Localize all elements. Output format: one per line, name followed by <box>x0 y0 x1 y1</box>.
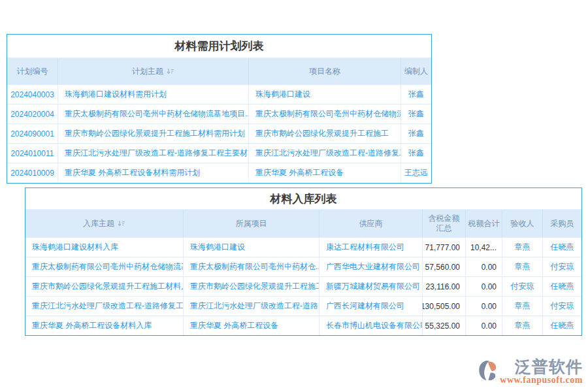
plan-no-cell: 2024010009 <box>7 163 58 182</box>
plan-table-header-row: 计划编号 计划主题 项目名称 编制人 <box>7 58 431 84</box>
purchaser-cell: 任晓燕 <box>543 238 581 257</box>
tax-incl-amount-cell: 71,777.00 <box>423 238 466 257</box>
supplier-link[interactable]: 长春市博山机电设备有限公司 <box>319 316 423 335</box>
column-header-purchaser: 采购员 <box>543 210 581 237</box>
column-header-tax-total: 税额合计 <box>466 210 502 237</box>
project-name-link[interactable]: 珠海鹤港口建设 <box>249 85 401 104</box>
tax-total-cell: 0.00 <box>466 277 502 296</box>
inbound-subject-link[interactable]: 重庆江北污水处理厂级改造工程-道路修复工程... <box>25 297 184 316</box>
column-header-owning-project: 所属项目 <box>184 210 319 237</box>
supplier-link[interactable]: 康达工程材料有限公司 <box>319 238 423 257</box>
table-row[interactable]: 重庆市鹅岭公园绿化景观提升工程施工材料入库 重庆市鹅岭公园绿化景观提升工程施工 … <box>25 276 581 296</box>
project-name-link[interactable]: 重庆华夏 外高桥工程设备 <box>249 163 401 182</box>
inspector-cell: 付安琼 <box>502 277 543 296</box>
owning-project-link[interactable]: 重庆市鹅岭公园绿化景观提升工程施工 <box>184 277 319 296</box>
tax-incl-amount-cell: 23,116.00 <box>423 277 466 296</box>
inbound-table: 材料入库列表 入库主题 所属项目 供应商 含税金额汇总 税额合计 <box>25 188 582 336</box>
table-row[interactable]: 重庆太极制药有限公司亳州中药材仓储物流基... 重庆太极制药有限公司亳州中药材仓… <box>25 257 581 276</box>
tax-incl-amount-cell: 57,560.00 <box>423 257 466 276</box>
plan-subject-link[interactable]: 重庆江北污水处理厂级改造工程-道路修复工程主要材料 <box>58 144 249 163</box>
preparer-cell: 张鑫 <box>401 105 431 123</box>
inspector-cell: 章燕 <box>502 238 543 257</box>
table-row[interactable]: 2024090001 重庆市鹅岭公园绿化景观提升工程施工材料需用计划 重庆市鹅岭… <box>7 123 431 143</box>
project-name-link[interactable]: 重庆市鹅岭公园绿化景观提升工程施工 <box>249 124 401 143</box>
plan-no-cell: 2024020004 <box>7 105 58 123</box>
plan-table-title: 材料需用计划列表 <box>7 35 431 58</box>
column-header-supplier: 供应商 <box>319 210 423 237</box>
sort-icon[interactable] <box>118 220 125 227</box>
plan-no-cell: 2024040003 <box>7 85 58 104</box>
column-header-plan-no: 计划编号 <box>7 58 58 84</box>
supplier-link[interactable]: 新疆万城建材贸易有限公司 <box>319 277 423 296</box>
tax-total-cell: 0.00 <box>466 316 502 335</box>
purchaser-cell: 任晓燕 <box>543 277 581 296</box>
brand-url[interactable]: www.fanpusoft.com <box>500 375 583 385</box>
column-header-plan-subject[interactable]: 计划主题 <box>58 58 249 84</box>
plan-no-cell: 2024010011 <box>7 144 58 163</box>
plan-subject-link[interactable]: 重庆市鹅岭公园绿化景观提升工程施工材料需用计划 <box>58 124 249 143</box>
owning-project-link[interactable]: 珠海鹤港口建设 <box>184 238 319 257</box>
inbound-subject-link[interactable]: 珠海鹤港口建设材料入库 <box>25 238 184 257</box>
column-header-preparer: 编制人 <box>401 58 431 84</box>
plan-subject-link[interactable]: 珠海鹤港口建设材料需用计划 <box>58 85 249 104</box>
purchaser-cell: 任晓燕 <box>543 316 581 335</box>
inspector-cell: 章燕 <box>502 297 543 316</box>
table-row[interactable]: 重庆江北污水处理厂级改造工程-道路修复工程... 重庆江北污水处理厂级改造工程-… <box>25 296 581 316</box>
page: 材料需用计划列表 计划编号 计划主题 项目名称 编制人 2024040003 珠… <box>0 0 588 392</box>
tax-total-cell: 0.00 <box>466 257 502 276</box>
project-name-link[interactable]: 重庆太极制药有限公司亳州中药材仓储物流... <box>249 105 401 123</box>
tax-total-cell: 0.00 <box>466 297 502 316</box>
owning-project-link[interactable]: 重庆江北污水处理厂级改造工程-道路... <box>184 297 319 316</box>
purchaser-cell: 付安琼 <box>543 297 581 316</box>
table-row[interactable]: 2024010009 重庆华夏 外高桥工程设备材料需用计划 重庆华夏 外高桥工程… <box>7 163 431 182</box>
sort-icon[interactable] <box>167 67 174 75</box>
purchaser-cell: 付安琼 <box>543 257 581 276</box>
supplier-link[interactable]: 广西长河建材有限公司 <box>319 297 423 316</box>
inbound-table-header-row: 入库主题 所属项目 供应商 含税金额汇总 税额合计 验收人 <box>25 210 581 237</box>
column-header-inbound-subject[interactable]: 入库主题 <box>25 210 184 237</box>
tax-incl-amount-cell: 55,325.00 <box>423 316 466 335</box>
inbound-subject-link[interactable]: 重庆华夏 外高桥工程设备材料入库 <box>25 316 184 335</box>
column-header-inspector: 验收人 <box>502 210 543 237</box>
plan-table: 材料需用计划列表 计划编号 计划主题 项目名称 编制人 2024040003 珠… <box>7 34 432 184</box>
inbound-table-title: 材料入库列表 <box>25 188 581 210</box>
table-row[interactable]: 重庆华夏 外高桥工程设备材料入库 重庆华夏 外高桥工程设备 长春市博山机电设备有… <box>25 316 581 335</box>
plan-subject-link[interactable]: 重庆太极制药有限公司亳州中药材仓储物流基地项目... <box>58 105 249 123</box>
owning-project-link[interactable]: 重庆太极制药有限公司亳州中药材仓... <box>184 257 319 276</box>
tax-incl-amount-cell: 130,505.00 <box>423 297 466 316</box>
preparer-cell: 王志远 <box>401 163 431 182</box>
column-header-project-name: 项目名称 <box>249 58 401 84</box>
supplier-link[interactable]: 广西华电大业建材有限公司 <box>319 257 423 276</box>
inbound-subject-link[interactable]: 重庆太极制药有限公司亳州中药材仓储物流基... <box>25 257 184 276</box>
fanpu-logo-icon <box>478 359 497 382</box>
tax-total-cell: 10,42... <box>466 238 502 257</box>
inbound-subject-link[interactable]: 重庆市鹅岭公园绿化景观提升工程施工材料入库 <box>25 277 184 296</box>
table-row[interactable]: 珠海鹤港口建设材料入库 珠海鹤港口建设 康达工程材料有限公司 71,777.00… <box>25 237 581 257</box>
table-row[interactable]: 2024020004 重庆太极制药有限公司亳州中药材仓储物流基地项目... 重庆… <box>7 104 431 123</box>
inspector-cell: 章燕 <box>502 257 543 276</box>
preparer-cell: 张鑫 <box>401 144 431 163</box>
table-row[interactable]: 2024010011 重庆江北污水处理厂级改造工程-道路修复工程主要材料 重庆江… <box>7 143 431 163</box>
fanpu-logo: 泛普软件 www.fanpusoft.com <box>478 358 583 385</box>
owning-project-link[interactable]: 重庆华夏 外高桥工程设备 <box>184 316 319 335</box>
plan-no-cell: 2024090001 <box>7 124 58 143</box>
preparer-cell: 张鑫 <box>401 85 431 104</box>
preparer-cell: 张鑫 <box>401 124 431 143</box>
brand-name: 泛普软件 <box>515 358 583 375</box>
inspector-cell: 章燕 <box>502 316 543 335</box>
table-row[interactable]: 2024040003 珠海鹤港口建设材料需用计划 珠海鹤港口建设 张鑫 <box>7 84 431 104</box>
column-header-tax-incl-amount: 含税金额汇总 <box>423 210 466 237</box>
project-name-link[interactable]: 重庆江北污水处理厂级改造工程-道路修复工程 <box>249 144 401 163</box>
plan-subject-link[interactable]: 重庆华夏 外高桥工程设备材料需用计划 <box>58 163 249 182</box>
